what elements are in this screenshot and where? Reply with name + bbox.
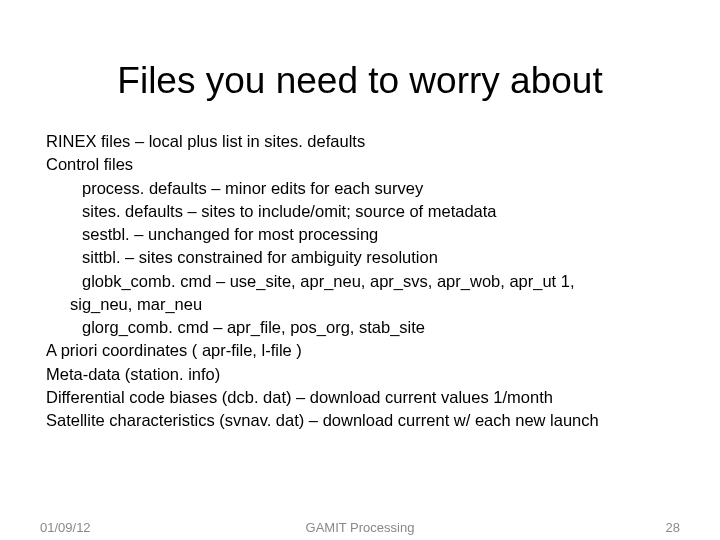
text-line: Meta-data (station. info) bbox=[46, 363, 680, 385]
text-line: A priori coordinates ( apr-file, l-file … bbox=[46, 339, 680, 361]
text-line: sig_neu, mar_neu bbox=[46, 293, 680, 315]
text-line: sites. defaults – sites to include/omit;… bbox=[46, 200, 680, 222]
text-line: globk_comb. cmd – use_site, apr_neu, apr… bbox=[46, 270, 680, 292]
text-line: Control files bbox=[46, 153, 680, 175]
text-line: RINEX files – local plus list in sites. … bbox=[46, 130, 680, 152]
text-line: Differential code biases (dcb. dat) – do… bbox=[46, 386, 680, 408]
text-line: Satellite characteristics (svnav. dat) –… bbox=[46, 409, 680, 431]
text-line: process. defaults – minor edits for each… bbox=[46, 177, 680, 199]
text-line: sestbl. – unchanged for most processing bbox=[46, 223, 680, 245]
slide-content: RINEX files – local plus list in sites. … bbox=[40, 130, 680, 431]
text-line: sittbl. – sites constrained for ambiguit… bbox=[46, 246, 680, 268]
footer-title: GAMIT Processing bbox=[0, 520, 720, 535]
slide: Files you need to worry about RINEX file… bbox=[0, 0, 720, 540]
page-number: 28 bbox=[666, 520, 680, 535]
text-line: glorg_comb. cmd – apr_file, pos_org, sta… bbox=[46, 316, 680, 338]
slide-title: Files you need to worry about bbox=[40, 60, 680, 102]
